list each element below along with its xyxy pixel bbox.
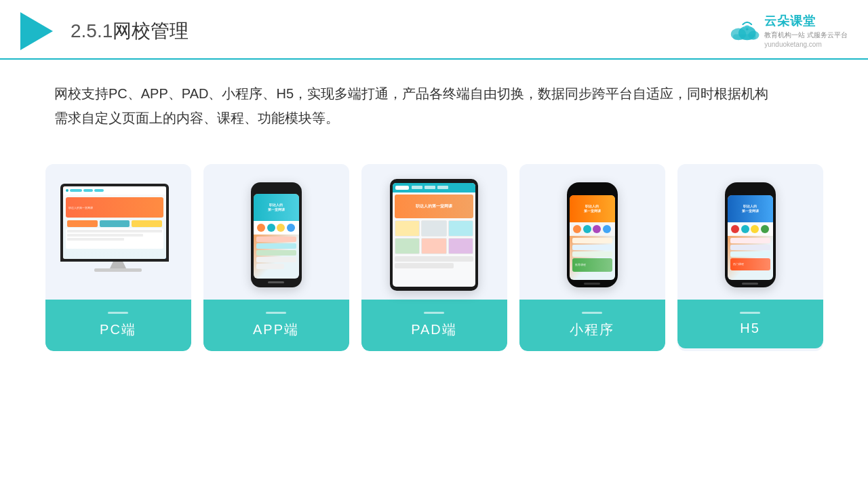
card-pc-label: PC端 (45, 300, 191, 351)
header: 2.5.1网校管理 云朵课堂 教育机构一站 式服务云平台 yunduoketan… (0, 0, 868, 60)
svg-point-4 (746, 28, 748, 30)
brand-logo: 云朵课堂 教育机构一站 式服务云平台 yunduoketang.com (728, 13, 848, 49)
card-h5-image: 职达人的第一堂网课 热门课程 (677, 164, 823, 300)
card-miniapp-label: 小程序 (519, 300, 665, 351)
card-miniapp: 职达人的第一堂网课 推荐课程 (519, 164, 665, 351)
card-pad-label: PAD端 (361, 300, 507, 351)
pc-mockup: 职达人的第一堂网课 (60, 184, 176, 285)
cloud-icon (728, 19, 760, 43)
card-pc-image: 职达人的第一堂网课 (45, 164, 191, 300)
description-text: 网校支持PC、APP、PAD、小程序、H5，实现多端打通，产品各终端自由切换，数… (0, 60, 868, 144)
tablet-mockup: 职达人的第一堂网课 (390, 179, 478, 291)
brand-text: 云朵课堂 教育机构一站 式服务云平台 yunduoketang.com (764, 13, 848, 49)
svg-rect-3 (733, 34, 756, 39)
page-title: 2.5.1网校管理 (71, 18, 189, 44)
cards-section: 职达人的第一堂网课 (0, 150, 868, 351)
phone-mockup-app: 职达人的第一堂网课 (251, 182, 302, 287)
card-app-image: 职达人的第一堂网课 (203, 164, 349, 300)
phone-mockup-h5: 职达人的第一堂网课 热门课程 (725, 182, 776, 287)
card-app-label: APP端 (203, 300, 349, 351)
header-left: 2.5.1网校管理 (20, 12, 189, 50)
card-pad: 职达人的第一堂网课 (361, 164, 507, 351)
card-pc: 职达人的第一堂网课 (45, 164, 191, 351)
card-miniapp-image: 职达人的第一堂网课 推荐课程 (519, 164, 665, 300)
card-app: 职达人的第一堂网课 (203, 164, 349, 351)
header-right: 云朵课堂 教育机构一站 式服务云平台 yunduoketang.com (728, 13, 848, 49)
card-h5: 职达人的第一堂网课 热门课程 (677, 164, 823, 351)
phone-mockup-miniapp: 职达人的第一堂网课 推荐课程 (567, 182, 618, 287)
card-pad-image: 职达人的第一堂网课 (361, 164, 507, 300)
logo-triangle-icon (20, 12, 53, 50)
card-h5-label: H5 (677, 300, 823, 348)
